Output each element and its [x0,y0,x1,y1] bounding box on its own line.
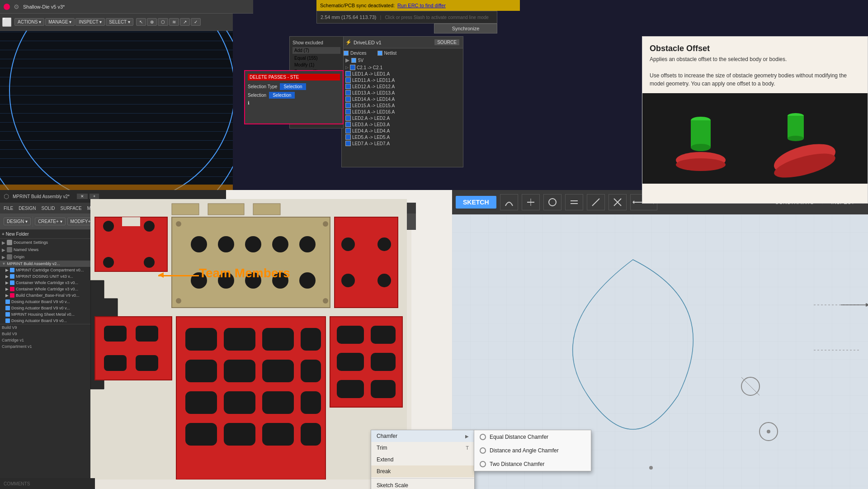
tab-close[interactable]: ✕ [77,194,88,199]
list-item[interactable]: LED3.A -> LED3.A [344,121,461,128]
inspect-menu[interactable]: INSPECT ▾ [75,18,105,26]
5v-check[interactable] [351,58,356,63]
dosing-icon [10,274,14,279]
build-v9-2-label: Build V9 [0,331,94,337]
tree-item-selected[interactable]: ▼ MPRINT Build Assembly v2... [0,261,94,267]
tool-route[interactable]: ↗ [180,18,190,26]
tree-item[interactable]: MPRINT Housing Sheet Metal v0... [0,311,94,318]
x-tool[interactable] [609,194,627,210]
svg-rect-41 [104,326,127,342]
tree-item[interactable]: ▶ Build Chamber_Base-Final V9 v0... [0,292,94,299]
equal-distance-radio[interactable] [480,434,486,440]
list-item[interactable]: LED14.A -> LED14.A [344,96,461,102]
devices-check[interactable] [344,51,349,56]
list-item[interactable]: LED16.A -> LED16.A [344,109,461,115]
list-item[interactable]: LED15.A -> LED15.A [344,102,461,109]
show-excluded-option[interactable]: Show excluded [292,39,340,46]
list-item[interactable]: LED11.A -> LED11.A [344,77,461,83]
circle-tool[interactable] [543,194,561,210]
break-menu-item[interactable]: Break [371,465,474,477]
list-item[interactable]: LED1.A -> LED1.A [344,71,461,77]
delete-passes-panel: DELETE PASSES - STE Selection Type Selec… [244,70,344,124]
sync-warning-text: Schematic/PCB sync deactivated: [320,3,395,8]
list-item[interactable]: LED5.A -> LED5.A [344,134,461,140]
selection-type-btn[interactable]: Selection [280,83,306,90]
tree-item[interactable]: ▶ MPRINT DOSING UNIT v43 v... [0,273,94,280]
svg-rect-64 [371,326,396,344]
tree-item[interactable]: ▶ Origin [0,253,94,261]
list-item[interactable]: LED12.A -> LED12.A [344,83,461,90]
svg-rect-1 [691,120,711,147]
tool-drc[interactable]: ✓ [191,18,201,26]
svg-point-33 [176,298,181,304]
sketch-button[interactable]: SKETCH [456,196,496,209]
menu-file[interactable]: FILE [4,206,13,211]
equal-constraint[interactable] [565,194,583,210]
run-erc-link[interactable]: Run ERC to find differ [397,3,446,8]
led13-color [345,90,351,95]
5v-net-label: 5V [358,58,363,63]
list-item[interactable]: LED2.A -> LED2.A [344,115,461,121]
status-text: COMMENTS [4,481,30,486]
svg-point-21 [191,236,207,252]
svg-rect-61 [301,423,321,446]
design-btn[interactable]: DESIGN ▾ [4,218,31,225]
arc-tool[interactable] [500,194,518,210]
menu-design[interactable]: DESIGN [19,206,36,211]
close-icon[interactable] [4,4,10,10]
driveled-source-btn[interactable]: SOURCE [434,39,459,45]
synchronize-button[interactable]: Synchronize [434,24,497,33]
list-item[interactable]: LED7.A -> LED7.A [344,140,461,147]
arc-icon [504,197,514,208]
tree-item[interactable]: ▶ Container Whole Cartridge v3 v0... [0,280,94,286]
slash-tool[interactable] [587,194,605,210]
tree-item[interactable]: Dosing Actuator Board V9 v0 v... [0,299,94,305]
tree-item[interactable]: ▶ Named Views [0,246,94,253]
obstacle-visual [642,93,868,184]
two-distance-radio[interactable] [480,461,486,467]
line-tool[interactable] [522,194,540,210]
list-item[interactable]: LED4.A -> LED4.A [344,128,461,134]
tree-item[interactable]: ▶ MPRINT Cartridge Compartment v0... [0,267,94,273]
trim-menu-item[interactable]: Trim T [371,442,474,454]
actions-menu[interactable]: ACTIONS ▾ [14,18,44,26]
selection-btn[interactable]: Selection [269,92,295,99]
tree-item[interactable]: ▶ Container Whole Cartridge v3 v0... [0,286,94,292]
menu-solid[interactable]: SOLID [41,206,55,211]
netlist-label: Netlist [384,51,397,56]
tree-item[interactable]: ▶ Document Settings [0,239,94,246]
expand-icon[interactable]: ▶ [345,57,349,63]
distance-angle-chamfer[interactable]: Distance and Angle Chamfer [474,444,591,457]
extend-menu-item[interactable]: Extend [371,454,474,465]
tool-pointer[interactable]: ↖ [136,18,146,26]
equal-distance-chamfer[interactable]: Equal Distance Chamfer [474,430,591,444]
manage-menu[interactable]: MANAGE ▾ [45,18,75,26]
list-item[interactable]: LED13.A -> LED13.A [344,90,461,96]
tab-new[interactable]: + [90,194,99,199]
tool-zoom[interactable]: ⊕ [147,18,157,26]
tool-3d[interactable]: ⬡ [158,18,168,26]
modify-item[interactable]: Modify (1) [292,62,340,68]
trim-shortcut: T [466,445,469,451]
menu-surface[interactable]: SURFACE [60,206,81,211]
container2-icon [10,287,14,291]
new-folder-btn[interactable]: + New Folder [2,232,29,237]
equal-item[interactable]: Equal (155) [292,55,340,62]
command-placeholder[interactable]: Click or press Slash to activate command… [385,15,489,20]
distance-angle-radio[interactable] [480,447,486,454]
selection-type-row: Selection Type Selection [248,82,340,91]
chamfer-menu-item[interactable]: Chamfer ▶ [371,430,474,442]
tree-item[interactable]: Dosing Actuator Board V9 v0... [0,318,94,324]
list-item[interactable]: ▷ C2.1 -> C2.1 [344,64,461,71]
kicad-title: Shallow-Die v5 v3* [23,4,65,9]
add-item[interactable]: Add (7) [292,47,340,54]
sketch-scale-menu-item[interactable]: Sketch Scale [371,480,474,489]
select-menu[interactable]: SELECT ▾ [106,18,133,26]
led12-color [345,84,351,89]
create-btn[interactable]: CREATE+ ▾ [35,218,65,225]
tree-item[interactable]: Dosing Actuator Board V9 v0 v... [0,305,94,311]
netlist-check[interactable] [377,51,382,56]
two-distance-chamfer[interactable]: Two Distance Chamfer [474,457,591,471]
chamfer-submenu-arrow: ▶ [465,434,469,439]
tool-netlist[interactable]: ≋ [169,18,179,26]
